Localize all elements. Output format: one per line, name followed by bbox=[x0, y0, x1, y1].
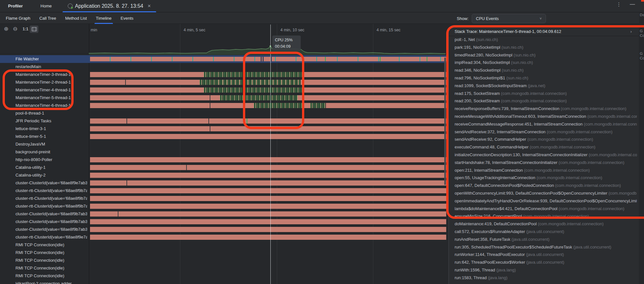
stack-frame-method: receiveMessageWithAdditionalTimeout:603,… bbox=[455, 114, 587, 119]
thread-row[interactable]: MaintenanceTimer-4-thread-1 bbox=[0, 86, 448, 94]
corner-annotation-mark bbox=[641, 0, 644, 2]
stack-frame[interactable]: poll:-1, Net (sun.nio.ch) bbox=[455, 37, 637, 42]
minimize-icon[interactable]: — bbox=[630, 1, 635, 7]
stack-frame[interactable]: open:55, UsageTrackingInternalConnection… bbox=[455, 175, 637, 180]
stack-frame[interactable]: doMaintenance:419, DefaultConnectionPool… bbox=[455, 221, 637, 226]
thread-activity-bar bbox=[90, 188, 446, 193]
stack-frame[interactable]: receiveCommandMessageResponse:451, Inter… bbox=[455, 122, 637, 127]
thread-row[interactable]: HikariPool-2 connection adder bbox=[0, 280, 448, 284]
stack-frame-method: executeCommand:48, CommandHelper bbox=[455, 145, 530, 149]
stack-frame[interactable]: read:200, SocketStream (com.mongodb.inte… bbox=[455, 98, 637, 103]
stack-frame[interactable]: open:211, InternalStreamConnection (com.… bbox=[455, 168, 637, 173]
close-tab-icon[interactable]: ✕ bbox=[147, 4, 151, 8]
thread-activity-bar bbox=[90, 57, 446, 61]
tab-home[interactable]: Home bbox=[41, 4, 52, 8]
thread-row[interactable]: restartedMain bbox=[0, 63, 448, 71]
stack-frame[interactable]: runWith:1596, Thread (java.lang) bbox=[455, 268, 637, 272]
thread-row[interactable]: MaintenanceTimer-6-thread-1 bbox=[0, 102, 448, 109]
thread-row[interactable]: http-nio-8080-Poller bbox=[0, 156, 448, 164]
thread-activity-bar bbox=[90, 134, 446, 139]
stack-frame[interactable]: park:191, NioSocketImpl (sun.nio.ch) bbox=[455, 45, 637, 50]
thread-row[interactable]: File Watcher bbox=[0, 55, 448, 63]
dark-event-tick bbox=[271, 57, 272, 61]
thread-activity-bar bbox=[90, 80, 446, 85]
stack-frame[interactable]: lambda$doMaintenance$4:421, DefaultConne… bbox=[455, 206, 637, 211]
thread-row[interactable]: MaintenanceTimer-2-thread-1 bbox=[0, 78, 448, 86]
doc-tab-label: Application 2025. 8. 27. 13:54 bbox=[75, 3, 143, 9]
stack-frame[interactable]: implRead:304, NioSocketImpl (sun.nio.ch) bbox=[455, 60, 637, 65]
thread-row[interactable]: RMI TCP Connection(idle) bbox=[0, 264, 448, 272]
thread-row[interactable]: Catalina-utility-1 bbox=[0, 164, 448, 171]
thread-row[interactable]: cluster-rtt-ClusterId{value='68ae8f9b7a bbox=[0, 195, 448, 202]
stack-trace-header[interactable]: Stack Trace: MaintenanceTimer-5-thread-1… bbox=[449, 27, 639, 36]
zoom-out-button[interactable]: ⊖ bbox=[13, 26, 17, 32]
stack-frame-method: run:642, ThreadPoolExecutor$Worker bbox=[455, 260, 526, 265]
stack-frame[interactable]: timedRead:280, NioSocketImpl (sun.nio.ch… bbox=[455, 53, 637, 57]
stack-frame-method: open:647, DefaultConnectionPool$PooledCo… bbox=[455, 183, 555, 188]
frame-filter-button[interactable] bbox=[30, 25, 38, 33]
thread-row[interactable]: lettuce-timer-3-1 bbox=[0, 125, 448, 133]
stack-frame-method: openWithConcurrencyLimit:993, DefaultCon… bbox=[455, 191, 609, 196]
stack-frame[interactable]: read:796, NioSocketImpl$1 (sun.nio.ch) bbox=[455, 76, 637, 80]
thread-row[interactable]: cluster-ClusterId{value='68ae8f9b7ab3 bbox=[0, 218, 448, 226]
stack-frame[interactable]: executeCommand:48, CommandHelper (com.mo… bbox=[455, 145, 637, 149]
stack-frame[interactable]: runWorker:1144, ThreadPoolExecutor (java… bbox=[455, 252, 637, 257]
stack-frame[interactable]: openWithConcurrencyLimit:993, DefaultCon… bbox=[455, 191, 637, 196]
show-events-dropdown[interactable]: CPU Events ˅ bbox=[472, 14, 546, 23]
thread-row[interactable]: DestroyJavaVM bbox=[0, 140, 448, 148]
thread-row[interactable]: cluster-rtt-ClusterId{value='68ae8f9b7a bbox=[0, 202, 448, 210]
tab-application-session[interactable]: Application 2025. 8. 27. 13:54 ✕ bbox=[65, 0, 154, 12]
tab-events[interactable]: Events bbox=[116, 13, 138, 24]
zoom-in-button[interactable]: ⊕ bbox=[4, 26, 8, 32]
thread-row[interactable]: JFR Periodic Tasks bbox=[0, 117, 448, 125]
thread-row[interactable]: background-preinit bbox=[0, 148, 448, 156]
thread-row[interactable]: cluster-ClusterId{value='68ae8f9b7ab3 bbox=[0, 210, 448, 218]
tab-flame-graph[interactable]: Flame Graph bbox=[1, 13, 35, 24]
stack-frame[interactable]: runAndReset:358, FutureTask (java.util.c… bbox=[455, 237, 637, 242]
thread-activity-bar bbox=[90, 126, 446, 131]
stack-frame[interactable]: initializeConnectionDescription:130, Int… bbox=[455, 152, 637, 157]
stack-frame[interactable]: read:346, NioSocketImpl (sun.nio.ch) bbox=[455, 68, 637, 73]
thread-row[interactable]: cluster-rtt-ClusterId{value='68ae8f9e7a bbox=[0, 233, 448, 241]
stack-frame[interactable]: run:305, ScheduledThreadPoolExecutor$Sch… bbox=[455, 245, 637, 249]
stack-frame[interactable]: ensureMinSize:216, ConcurrentPool (com.m… bbox=[455, 214, 637, 218]
thread-name: RMI TCP Connection(idle) bbox=[15, 242, 64, 247]
thread-row[interactable]: RMI TCP Connection(idle) bbox=[0, 241, 448, 249]
tab-timeline[interactable]: Timeline bbox=[91, 13, 116, 24]
stack-frame[interactable]: read:175, SocketStream (com.mongodb.inte… bbox=[455, 91, 637, 96]
bar-segment-divider bbox=[210, 126, 210, 131]
thread-row[interactable]: RMI TCP Connection(idle) bbox=[0, 249, 448, 257]
tab-call-tree[interactable]: Call Tree bbox=[35, 13, 61, 24]
thread-row[interactable]: cluster-rtt-ClusterId{value='68ae8f9b7a bbox=[0, 187, 448, 195]
stack-frame[interactable]: run:1583, Thread (java.lang) bbox=[455, 275, 637, 280]
chevron-down-icon: ˅ bbox=[540, 16, 542, 20]
stack-frame[interactable]: sendAndReceive:92, CommandHelper (com.mo… bbox=[455, 137, 637, 142]
thread-activity-track bbox=[89, 55, 446, 63]
profiler-window: Profiler Home Application 2025. 8. 27. 1… bbox=[0, 0, 644, 284]
thread-row[interactable]: cluster-ClusterId{value='68ae8f9b7ab3 bbox=[0, 226, 448, 233]
stack-frame-method: runWorker:1144, ThreadPoolExecutor bbox=[455, 252, 526, 257]
stack-frame[interactable]: openImmediatelyAndTryHandOverOrRelease:9… bbox=[455, 198, 637, 203]
stack-frame[interactable]: startHandshake:78, InternalStreamConnect… bbox=[455, 160, 637, 165]
thread-row[interactable]: lettuce-timer-5-1 bbox=[0, 133, 448, 140]
tab-method-list[interactable]: Method List bbox=[61, 13, 91, 24]
stack-frame[interactable]: receiveResponseBuffers:739, InternalStre… bbox=[455, 106, 637, 111]
thread-row[interactable]: Catalina-utility-2 bbox=[0, 171, 448, 179]
stack-frame[interactable]: run:642, ThreadPoolExecutor$Worker (java… bbox=[455, 260, 637, 265]
thread-row[interactable]: RMI TCP Connection(idle) bbox=[0, 272, 448, 280]
stack-frame-method: call:572, Executors$RunnableAdapter bbox=[455, 229, 526, 234]
thread-row[interactable]: cluster-ClusterId{value='68ae8f9e7ab3 bbox=[0, 179, 448, 187]
stack-frame[interactable]: open:647, DefaultConnectionPool$PooledCo… bbox=[455, 183, 637, 188]
stack-frame[interactable]: receiveMessageWithAdditionalTimeout:603,… bbox=[455, 114, 637, 119]
thread-row[interactable]: MaintenanceTimer-5-thread-1 bbox=[0, 94, 448, 102]
chevron-right-icon[interactable]: › bbox=[630, 29, 632, 34]
timeline-scrollbar[interactable] bbox=[444, 57, 446, 185]
thread-row[interactable]: RMI TCP Connection(idle) bbox=[0, 257, 448, 264]
stack-frame[interactable]: read:1099, Socket$SocketInputStream (jav… bbox=[455, 83, 637, 88]
thread-row[interactable]: MaintenanceTimer-3-thread-1 bbox=[0, 71, 448, 78]
stack-frame[interactable]: sendAndReceive:372, InternalStreamConnec… bbox=[455, 129, 637, 134]
stack-frame[interactable]: call:572, Executors$RunnableAdapter (jav… bbox=[455, 229, 637, 234]
kebab-menu-icon[interactable]: ⋮ bbox=[616, 1, 621, 7]
thread-row[interactable]: pool-8-thread-1 bbox=[0, 109, 448, 117]
zoom-ratio-button[interactable]: 1:1 bbox=[23, 27, 28, 31]
